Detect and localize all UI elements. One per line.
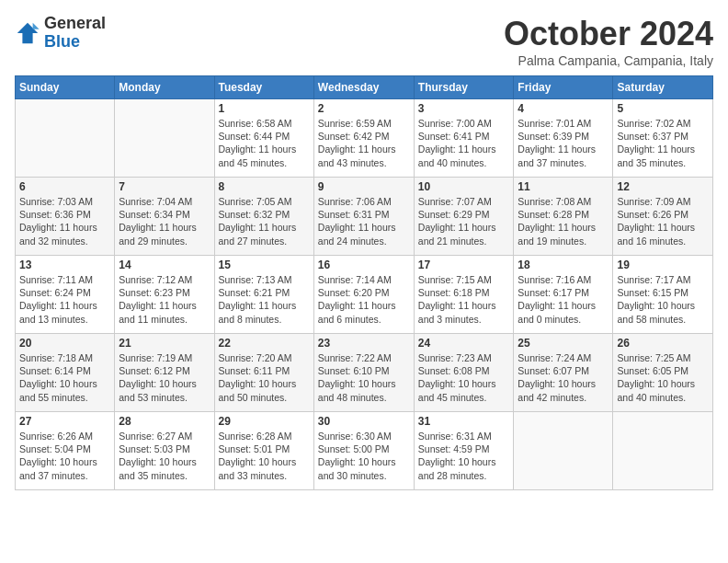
day-info: Sunrise: 7:11 AM Sunset: 6:24 PM Dayligh… [19,273,110,326]
title-block: October 2024 Palma Campania, Campania, I… [504,15,713,68]
svg-marker-1 [33,23,40,29]
weekday-header-saturday: Saturday [613,76,713,99]
day-number: 11 [518,180,609,193]
day-info: Sunrise: 7:16 AM Sunset: 6:17 PM Dayligh… [518,273,609,326]
day-number: 14 [119,259,210,271]
day-info: Sunrise: 7:02 AM Sunset: 6:37 PM Dayligh… [617,117,709,169]
weekday-header-monday: Monday [115,76,214,99]
day-number: 25 [518,337,609,350]
calendar: SundayMondayTuesdayWednesdayThursdayFrid… [15,75,713,490]
calendar-cell: 15Sunrise: 7:13 AM Sunset: 6:21 PM Dayli… [214,256,313,334]
day-info: Sunrise: 7:05 AM Sunset: 6:32 PM Dayligh… [219,195,310,247]
day-number: 27 [19,415,110,428]
calendar-cell: 10Sunrise: 7:07 AM Sunset: 6:29 PM Dayli… [414,178,514,256]
day-number: 3 [418,102,510,115]
calendar-cell: 26Sunrise: 7:25 AM Sunset: 6:05 PM Dayli… [613,334,713,412]
day-info: Sunrise: 6:28 AM Sunset: 5:01 PM Dayligh… [219,430,310,482]
weekday-header-tuesday: Tuesday [214,76,313,99]
day-number: 9 [318,180,410,193]
day-number: 22 [219,337,310,350]
day-number: 15 [219,259,310,271]
calendar-cell: 27Sunrise: 6:26 AM Sunset: 5:04 PM Dayli… [16,412,115,490]
calendar-cell: 13Sunrise: 7:11 AM Sunset: 6:24 PM Dayli… [16,256,115,334]
calendar-cell: 24Sunrise: 7:23 AM Sunset: 6:08 PM Dayli… [414,334,514,412]
calendar-cell: 3Sunrise: 7:00 AM Sunset: 6:41 PM Daylig… [414,99,514,178]
logo-blue: Blue [44,33,106,52]
day-number: 8 [219,180,310,193]
day-number: 23 [318,337,410,350]
calendar-cell: 8Sunrise: 7:05 AM Sunset: 6:32 PM Daylig… [214,178,313,256]
month-title: October 2024 [504,15,713,53]
day-info: Sunrise: 7:07 AM Sunset: 6:29 PM Dayligh… [418,195,510,247]
day-number: 20 [19,337,110,350]
day-number: 1 [219,102,310,115]
day-info: Sunrise: 7:06 AM Sunset: 6:31 PM Dayligh… [318,195,410,247]
day-info: Sunrise: 6:31 AM Sunset: 4:59 PM Dayligh… [418,430,510,482]
weekday-header-friday: Friday [514,76,613,99]
weekday-header-wednesday: Wednesday [313,76,414,99]
calendar-cell: 14Sunrise: 7:12 AM Sunset: 6:23 PM Dayli… [115,256,214,334]
week-row-1: 1Sunrise: 6:58 AM Sunset: 6:44 PM Daylig… [16,99,713,178]
calendar-cell: 25Sunrise: 7:24 AM Sunset: 6:07 PM Dayli… [514,334,613,412]
calendar-cell [115,99,214,178]
day-info: Sunrise: 6:27 AM Sunset: 5:03 PM Dayligh… [119,430,210,482]
location: Palma Campania, Campania, Italy [504,53,713,68]
calendar-cell: 17Sunrise: 7:15 AM Sunset: 6:18 PM Dayli… [414,256,514,334]
calendar-cell: 20Sunrise: 7:18 AM Sunset: 6:14 PM Dayli… [16,334,115,412]
day-info: Sunrise: 7:24 AM Sunset: 6:07 PM Dayligh… [518,351,609,404]
day-number: 26 [617,337,709,350]
logo-text: General Blue [44,15,106,52]
day-info: Sunrise: 7:25 AM Sunset: 6:05 PM Dayligh… [617,351,709,404]
day-info: Sunrise: 7:13 AM Sunset: 6:21 PM Dayligh… [219,273,310,326]
day-number: 16 [318,259,410,271]
day-info: Sunrise: 7:09 AM Sunset: 6:26 PM Dayligh… [617,195,709,247]
calendar-cell: 2Sunrise: 6:59 AM Sunset: 6:42 PM Daylig… [313,99,414,178]
calendar-cell: 28Sunrise: 6:27 AM Sunset: 5:03 PM Dayli… [115,412,214,490]
calendar-cell: 16Sunrise: 7:14 AM Sunset: 6:20 PM Dayli… [313,256,414,334]
calendar-cell: 12Sunrise: 7:09 AM Sunset: 6:26 PM Dayli… [613,178,713,256]
logo-icon [15,20,40,46]
week-row-5: 27Sunrise: 6:26 AM Sunset: 5:04 PM Dayli… [16,412,713,490]
weekday-header-thursday: Thursday [414,76,514,99]
day-info: Sunrise: 7:18 AM Sunset: 6:14 PM Dayligh… [19,351,110,404]
calendar-cell: 11Sunrise: 7:08 AM Sunset: 6:28 PM Dayli… [514,178,613,256]
day-info: Sunrise: 6:30 AM Sunset: 5:00 PM Dayligh… [318,430,410,482]
day-number: 6 [19,180,110,193]
calendar-cell: 30Sunrise: 6:30 AM Sunset: 5:00 PM Dayli… [313,412,414,490]
calendar-cell: 7Sunrise: 7:04 AM Sunset: 6:34 PM Daylig… [115,178,214,256]
day-number: 18 [518,259,609,271]
day-number: 29 [219,415,310,428]
week-row-4: 20Sunrise: 7:18 AM Sunset: 6:14 PM Dayli… [16,334,713,412]
day-number: 4 [518,102,609,115]
day-info: Sunrise: 7:23 AM Sunset: 6:08 PM Dayligh… [418,351,510,404]
calendar-cell [16,99,115,178]
calendar-cell: 22Sunrise: 7:20 AM Sunset: 6:11 PM Dayli… [214,334,313,412]
day-info: Sunrise: 7:20 AM Sunset: 6:11 PM Dayligh… [219,351,310,404]
day-number: 7 [119,180,210,193]
day-info: Sunrise: 7:04 AM Sunset: 6:34 PM Dayligh… [119,195,210,247]
day-number: 19 [617,259,709,271]
calendar-cell: 6Sunrise: 7:03 AM Sunset: 6:36 PM Daylig… [16,178,115,256]
calendar-cell: 21Sunrise: 7:19 AM Sunset: 6:12 PM Dayli… [115,334,214,412]
day-info: Sunrise: 6:59 AM Sunset: 6:42 PM Dayligh… [318,117,410,169]
logo: General Blue [15,15,106,52]
day-info: Sunrise: 7:15 AM Sunset: 6:18 PM Dayligh… [418,273,510,326]
day-number: 28 [119,415,210,428]
calendar-cell: 29Sunrise: 6:28 AM Sunset: 5:01 PM Dayli… [214,412,313,490]
day-number: 12 [617,180,709,193]
weekday-header-sunday: Sunday [16,76,115,99]
day-info: Sunrise: 7:03 AM Sunset: 6:36 PM Dayligh… [19,195,110,247]
day-number: 17 [418,259,510,271]
day-info: Sunrise: 7:00 AM Sunset: 6:41 PM Dayligh… [418,117,510,169]
day-info: Sunrise: 7:14 AM Sunset: 6:20 PM Dayligh… [318,273,410,326]
day-info: Sunrise: 7:12 AM Sunset: 6:23 PM Dayligh… [119,273,210,326]
calendar-cell [613,412,713,490]
day-info: Sunrise: 6:26 AM Sunset: 5:04 PM Dayligh… [19,430,110,482]
weekday-header-row: SundayMondayTuesdayWednesdayThursdayFrid… [16,76,713,99]
day-number: 2 [318,102,410,115]
week-row-2: 6Sunrise: 7:03 AM Sunset: 6:36 PM Daylig… [16,178,713,256]
day-number: 31 [418,415,510,428]
page-header: General Blue October 2024 Palma Campania… [15,15,713,68]
calendar-cell: 23Sunrise: 7:22 AM Sunset: 6:10 PM Dayli… [313,334,414,412]
calendar-cell [514,412,613,490]
